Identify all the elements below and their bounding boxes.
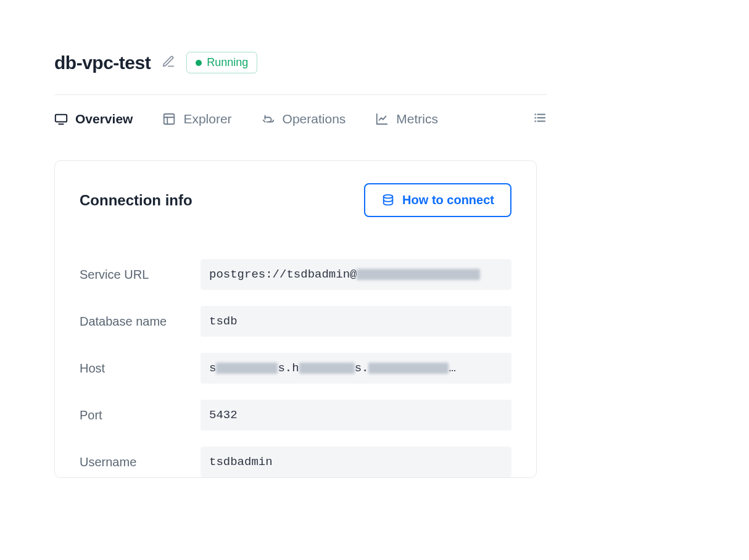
status-badge: Running [186, 52, 257, 73]
field-host: Host ss.hs.… [80, 353, 511, 384]
chart-icon [375, 112, 389, 126]
how-to-connect-label: How to connect [402, 193, 494, 207]
svg-rect-1 [164, 114, 175, 125]
database-icon [381, 194, 395, 207]
tab-overview-label: Overview [75, 112, 133, 126]
tab-bar: Overview Explorer Operations Metrics [54, 95, 547, 127]
tab-operations-label: Operations [283, 112, 346, 126]
redacted-icon [368, 363, 449, 374]
tab-metrics-label: Metrics [396, 112, 438, 126]
field-port: Port 5432 [80, 400, 511, 430]
field-value-port[interactable]: 5432 [201, 400, 511, 430]
how-to-connect-button[interactable]: How to connect [364, 183, 511, 217]
field-label: Port [80, 408, 197, 422]
field-value-database-name[interactable]: tsdb [201, 306, 511, 337]
more-icon[interactable] [533, 111, 547, 127]
field-value-username[interactable]: tsdbadmin [201, 447, 511, 477]
redacted-icon [216, 363, 278, 374]
tab-explorer[interactable]: Explorer [162, 112, 231, 126]
redacted-icon [357, 269, 480, 280]
field-value-host[interactable]: ss.hs.… [201, 353, 511, 384]
tab-metrics[interactable]: Metrics [375, 112, 438, 126]
card-header: Connection info How to connect [80, 183, 511, 217]
tab-explorer-label: Explorer [183, 112, 231, 126]
field-username: Username tsdbadmin [80, 447, 511, 477]
tab-overview[interactable]: Overview [54, 112, 133, 126]
page-header: db-vpc-test Running [54, 52, 547, 95]
field-database-name: Database name tsdb [80, 306, 511, 337]
field-service-url: Service URL postgres://tsdbadmin@ [80, 259, 511, 290]
svg-point-10 [384, 194, 393, 198]
connection-fields: Service URL postgres://tsdbadmin@ Databa… [80, 259, 511, 477]
field-label: Database name [80, 315, 197, 329]
plug-icon [262, 112, 275, 126]
monitor-icon [54, 112, 68, 126]
connection-info-title: Connection info [80, 192, 192, 209]
redacted-icon [299, 363, 355, 374]
status-dot-icon [196, 60, 202, 66]
svg-point-8 [535, 118, 536, 118]
field-label: Service URL [80, 268, 197, 282]
connection-info-card: Connection info How to connect Service U… [54, 160, 537, 478]
status-label: Running [207, 56, 248, 69]
svg-rect-0 [56, 115, 67, 122]
field-value-service-url[interactable]: postgres://tsdbadmin@ [201, 259, 511, 290]
svg-point-7 [535, 114, 536, 115]
tab-operations[interactable]: Operations [262, 112, 346, 126]
layout-icon [162, 112, 176, 126]
field-label: Host [80, 361, 197, 376]
edit-icon[interactable] [162, 55, 175, 71]
field-label: Username [80, 455, 197, 469]
db-title: db-vpc-test [54, 52, 151, 73]
svg-point-9 [535, 121, 536, 121]
